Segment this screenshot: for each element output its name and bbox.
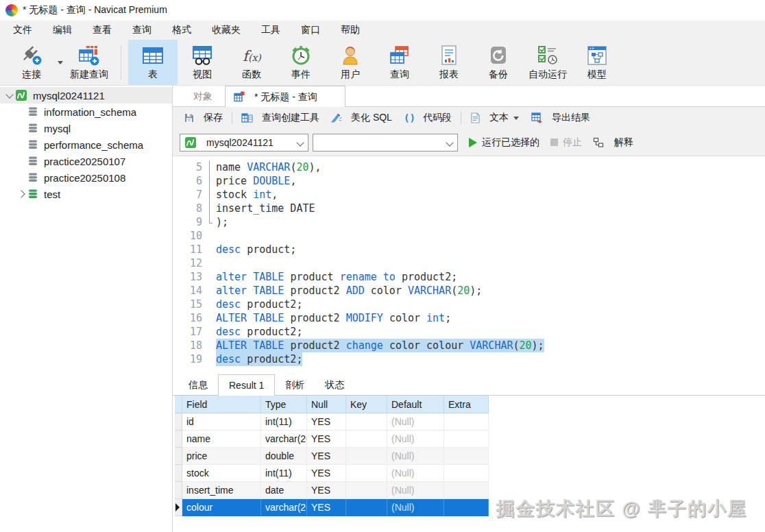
toolbar-button[interactable]: 报表	[424, 40, 474, 85]
table-cell[interactable]: insert_time	[182, 482, 261, 499]
query-toolbar-button[interactable]: 美化 SQL	[325, 110, 398, 126]
toolbar-button[interactable]: 查询	[375, 40, 424, 85]
toolbar-button[interactable]: 表	[128, 40, 178, 85]
menu-item[interactable]: 编辑	[42, 21, 82, 39]
table-cell[interactable]: YES	[307, 413, 346, 431]
table-row[interactable]: pricedoubleYES(Null)	[175, 448, 765, 465]
toolbar-button[interactable]: 视图	[178, 40, 227, 85]
column-header[interactable]: Key	[346, 396, 387, 413]
run-selected-button[interactable]: 运行已选择的	[469, 136, 539, 149]
explain-button[interactable]: 解释	[593, 136, 633, 149]
toolbar-button[interactable]: 新建查询	[64, 40, 114, 85]
sql-editor[interactable]: 5name VARCHAR(20),6price DOUBLE,7stock i…	[173, 156, 765, 374]
tree-item[interactable]: mysql	[0, 120, 172, 136]
menu-item[interactable]: 帮助	[330, 21, 370, 39]
column-header[interactable]: Default	[387, 396, 444, 413]
menu-item[interactable]: 查看	[82, 21, 122, 39]
table-cell[interactable]: YES	[307, 448, 346, 465]
column-header[interactable]: Field	[182, 396, 261, 413]
table-cell[interactable]	[444, 413, 489, 431]
table-cell[interactable]: colour	[182, 499, 261, 516]
table-cell[interactable]	[444, 431, 489, 448]
table-cell[interactable]: (Null)	[387, 413, 444, 431]
tree-item[interactable]: practice20250107	[0, 153, 172, 169]
tab-query-editor[interactable]: * 无标题 - 查询	[225, 86, 345, 107]
tree-item[interactable]: information_schema	[0, 104, 172, 120]
query-toolbar-button[interactable]: ()代码段	[398, 110, 457, 126]
table-cell[interactable]	[346, 448, 387, 465]
table-cell[interactable]: double	[261, 448, 307, 465]
result-tab[interactable]: 剖析	[275, 374, 315, 395]
menu-item[interactable]: 窗口	[291, 21, 330, 39]
table-row[interactable]: stockint(11)YES(Null)	[175, 465, 765, 482]
menu-item[interactable]: 收藏夹	[202, 21, 251, 39]
table-row[interactable]: namevarchar(20)YES(Null)	[175, 431, 765, 448]
column-header[interactable]: Null	[307, 396, 346, 413]
toolbar-button[interactable]: 事件	[276, 40, 326, 85]
table-cell[interactable]: YES	[307, 465, 346, 482]
toolbar-button[interactable]: f(x)函数	[227, 40, 276, 85]
table-cell[interactable]: stock	[182, 465, 261, 482]
menu-item[interactable]: 格式	[162, 21, 202, 39]
row-marker	[175, 499, 182, 516]
chevron-right-icon[interactable]	[16, 191, 27, 197]
table-cell[interactable]	[444, 448, 489, 465]
table-cell[interactable]: varchar(20)	[261, 499, 307, 516]
menu-item[interactable]: 工具	[251, 21, 291, 39]
column-header[interactable]: Extra	[444, 396, 489, 413]
query-toolbar-button[interactable]: 导出结果	[526, 110, 596, 126]
tree-item[interactable]: practice20250108	[0, 169, 172, 186]
query-toolbar-button[interactable]: 保存	[178, 110, 228, 126]
table-cell[interactable]	[346, 499, 387, 516]
table-cell[interactable]: (Null)	[387, 448, 444, 465]
menu-item[interactable]: 查询	[122, 21, 162, 39]
toolbar-button[interactable]: 模型	[572, 40, 622, 85]
table-cell[interactable]	[346, 465, 387, 482]
table-row[interactable]: idint(11)YES(Null)	[175, 413, 765, 431]
tree-item[interactable]: test	[0, 186, 172, 202]
table-cell[interactable]: date	[261, 482, 307, 499]
stop-label: 停止	[563, 136, 582, 149]
table-cell[interactable]: (Null)	[387, 482, 444, 499]
toolbar-button-label: 新建查询	[70, 69, 108, 81]
table-cell[interactable]: int(11)	[261, 413, 307, 431]
tab-objects[interactable]: 对象	[181, 86, 225, 106]
table-cell[interactable]	[346, 482, 387, 499]
table-cell[interactable]	[444, 465, 489, 482]
toolbar-button[interactable]: 备份	[474, 40, 523, 85]
result-tab[interactable]: 状态	[315, 374, 354, 395]
query-toolbar-button[interactable]: 查询创建工具	[236, 110, 325, 126]
table-cell[interactable]	[346, 431, 387, 448]
table-cell[interactable]: id	[182, 413, 261, 431]
table-cell[interactable]: YES	[307, 431, 346, 448]
column-header[interactable]: Type	[261, 396, 307, 413]
table-cell[interactable]: price	[182, 448, 261, 465]
table-cell[interactable]: name	[182, 431, 261, 448]
chevron-down-icon[interactable]	[58, 61, 63, 64]
tree-item[interactable]: performance_schema	[0, 136, 172, 153]
toolbar-button[interactable]: 用户	[326, 40, 375, 85]
table-cell[interactable]: YES	[307, 482, 346, 499]
table-cell[interactable]: (Null)	[387, 465, 444, 482]
table-cell[interactable]	[346, 413, 387, 431]
toolbar-button[interactable]: 连接	[7, 40, 56, 85]
database-select[interactable]	[313, 134, 458, 152]
query-toolbar-button[interactable]: 文本	[465, 110, 526, 126]
table-cell[interactable]	[444, 482, 489, 499]
connection-select[interactable]: mysql20241121	[180, 134, 308, 152]
chevron-down-icon[interactable]	[4, 94, 15, 97]
table-cell[interactable]: (Null)	[387, 431, 444, 448]
table-cell[interactable]	[444, 499, 489, 516]
tree-item[interactable]: mysql20241121	[0, 87, 172, 104]
line-number: 19	[173, 352, 202, 366]
result-tab[interactable]: 信息	[178, 374, 218, 395]
result-tab[interactable]: Result 1	[218, 374, 275, 396]
table-cell[interactable]: int(11)	[261, 465, 307, 482]
table-cell[interactable]: (Null)	[387, 499, 444, 516]
toolbar-button[interactable]: 自动运行	[523, 40, 572, 85]
menu-item[interactable]: 文件	[3, 21, 42, 39]
stop-button[interactable]: 停止	[550, 136, 582, 149]
table-cell[interactable]: YES	[307, 499, 346, 516]
stop-icon	[550, 138, 558, 146]
table-cell[interactable]: varchar(20)	[261, 431, 307, 448]
